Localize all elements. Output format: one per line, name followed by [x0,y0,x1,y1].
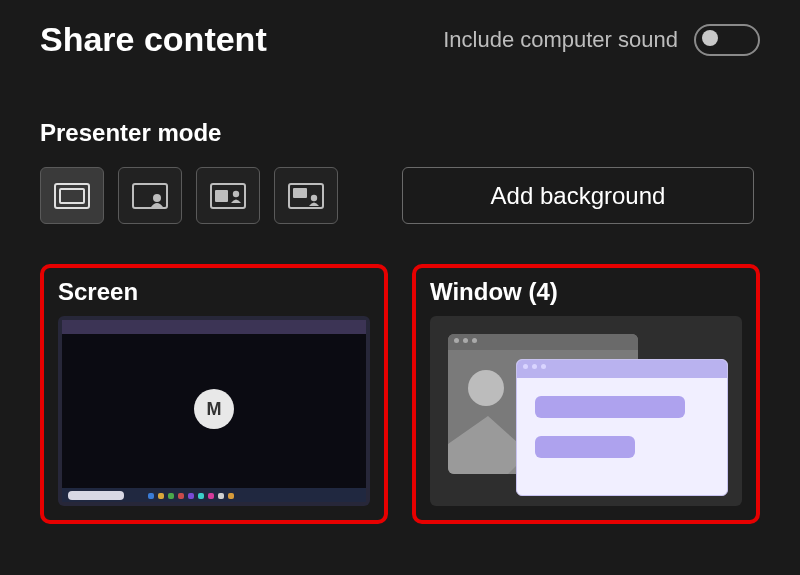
svg-point-3 [153,194,161,202]
svg-rect-2 [133,184,167,208]
presenter-mode-side-by-side[interactable] [196,167,260,224]
screen-thumbnail-inner: M [62,320,366,502]
svg-rect-8 [293,188,307,198]
share-options-row: Screen M [40,264,760,524]
presenter-mode-reporter[interactable] [274,167,338,224]
svg-rect-1 [60,189,84,203]
presenter-mode-label: Presenter mode [40,119,760,147]
presenter-mode-content-only[interactable] [40,167,104,224]
header-row: Share content Include computer sound [40,20,760,59]
share-content-panel: Share content Include computer sound Pre… [0,0,800,544]
screen-card-title: Screen [58,278,370,306]
window-front-titlebar [517,360,727,378]
placeholder-text-bar [535,396,685,418]
screen-thumbnail-titlebar [62,320,366,334]
window-back-titlebar [448,334,638,350]
taskbar-app-icons [148,493,234,499]
svg-point-6 [233,190,239,196]
include-sound-control: Include computer sound [443,24,760,56]
svg-point-9 [311,194,317,200]
screen-thumbnail: M [58,316,370,506]
window-thumbnail-front [516,359,728,496]
reporter-icon [288,183,324,209]
presenter-mode-standout[interactable] [118,167,182,224]
page-title: Share content [40,20,267,59]
share-window-card[interactable]: Window (4) [412,264,760,524]
traffic-lights-icon [523,364,546,369]
add-background-label: Add background [491,182,666,210]
side-by-side-icon [210,183,246,209]
include-sound-toggle[interactable] [694,24,760,56]
window-thumbnail [430,316,742,506]
add-background-button[interactable]: Add background [402,167,754,224]
traffic-lights-icon [454,338,477,343]
toggle-knob [702,30,718,46]
image-placeholder-sun-icon [468,370,504,406]
svg-rect-5 [215,190,228,202]
include-sound-label: Include computer sound [443,27,678,53]
placeholder-text-bar [535,436,635,458]
standout-icon [132,183,168,209]
share-screen-card[interactable]: Screen M [40,264,388,524]
content-only-icon [54,183,90,209]
avatar-icon: M [194,389,234,429]
window-card-title: Window (4) [430,278,742,306]
taskbar-search-pill [68,491,124,500]
presenter-mode-row: Add background [40,167,760,224]
